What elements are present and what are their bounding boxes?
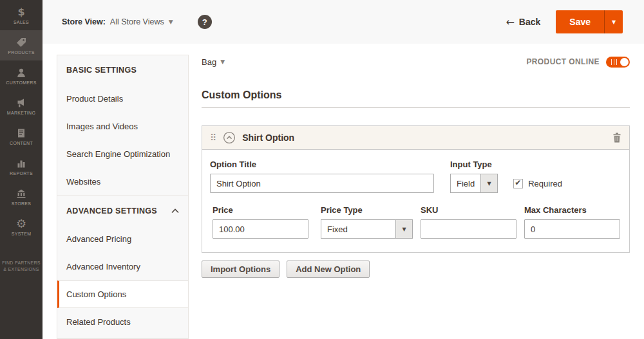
section-title: Custom Options: [202, 89, 630, 101]
option-title-label: Option Title: [210, 160, 434, 169]
menu-item-products[interactable]: PRODUCTS: [0, 30, 43, 60]
menu-item-label: MARKETING: [7, 111, 35, 115]
gear-icon: ⚙: [16, 218, 26, 230]
nav-item-websites[interactable]: Websites: [57, 168, 188, 196]
price-input[interactable]: [213, 219, 308, 239]
nav-section-label: ADVANCED SETTINGS: [66, 206, 157, 215]
input-type-select[interactable]: Field ▼: [450, 174, 498, 193]
menu-item-marketing[interactable]: MARKETING: [0, 91, 43, 121]
menu-item-sales[interactable]: $ SALES: [0, 0, 43, 30]
product-online-toggle[interactable]: [606, 57, 630, 68]
import-options-button[interactable]: Import Options: [202, 261, 279, 278]
menu-item-label: REPORTS: [10, 171, 33, 176]
dollar-icon: $: [17, 6, 24, 18]
nav-item-images-and-videos[interactable]: Images and Videos: [57, 113, 188, 140]
chevron-down-icon: ▼: [220, 59, 225, 65]
toggle-stripes-icon: [611, 59, 618, 65]
select-dropdown-button[interactable]: ▼: [396, 219, 413, 239]
input-type-value: Field: [450, 174, 481, 193]
nav-item-seo[interactable]: Search Engine Optimization: [57, 140, 188, 168]
toolbar-actions: ← Back Save ▼: [506, 10, 623, 33]
store-view-switcher[interactable]: Store View: All Store Views ▼: [62, 17, 173, 26]
menu-item-content[interactable]: CONTENT: [0, 121, 43, 151]
menu-item-label: PRODUCTS: [8, 50, 35, 55]
option-actions-row: Import Options Add New Option: [202, 261, 630, 278]
nav-item-label: Websites: [66, 177, 100, 187]
menu-item-label: CONTENT: [10, 141, 33, 145]
nav-item-label: Images and Videos: [66, 122, 138, 131]
toggle-knob: [620, 58, 629, 66]
attribute-set-switcher[interactable]: Bag ▼: [202, 57, 225, 67]
product-online-label: PRODUCT ONLINE: [526, 57, 600, 66]
chevron-up-icon: [171, 206, 179, 215]
page-toolbar: Store View: All Store Views ▼ ? ← Back S…: [43, 0, 644, 44]
option-card-body: Option Title Input Type Field ▼ Required: [202, 150, 629, 252]
help-icon: ?: [202, 17, 207, 27]
bar-chart-icon: [16, 158, 26, 169]
back-label: Back: [519, 17, 540, 27]
required-checkbox[interactable]: [513, 179, 523, 188]
chevron-up-circle-icon: [223, 131, 236, 144]
price-type-label: Price Type: [321, 205, 413, 215]
product-settings-nav: BASIC SETTINGS Product Details Images an…: [57, 55, 189, 339]
input-type-field: Input Type Field ▼: [450, 160, 498, 193]
nav-item-label: Related Products: [66, 317, 131, 327]
nav-item-custom-options[interactable]: Custom Options: [57, 280, 188, 308]
attribute-set-value: Bag: [202, 57, 216, 67]
nav-item-label: Advanced Pricing: [66, 234, 131, 244]
nav-item-related-products[interactable]: Related Products: [57, 308, 188, 336]
required-label: Required: [528, 179, 562, 188]
menu-item-find-partners[interactable]: FIND PARTNERS & EXTENSIONS: [0, 246, 43, 287]
select-dropdown-button[interactable]: ▼: [481, 174, 498, 193]
nav-item-product-details[interactable]: Product Details: [57, 85, 188, 113]
menu-item-label: SYSTEM: [12, 232, 32, 236]
max-characters-input[interactable]: [524, 219, 620, 239]
price-type-select[interactable]: Fixed ▼: [321, 219, 413, 239]
max-characters-label: Max Characters: [524, 205, 620, 215]
menu-item-label: CUSTOMERS: [6, 80, 36, 85]
arrow-left-icon: ←: [506, 16, 514, 28]
back-button[interactable]: ← Back: [506, 16, 540, 28]
max-characters-field: Max Characters: [524, 205, 620, 239]
save-split-button: Save ▼: [556, 10, 623, 33]
nav-item-advanced-inventory[interactable]: Advanced Inventory: [57, 253, 188, 280]
price-type-field: Price Type Fixed ▼: [321, 205, 413, 239]
menu-item-customers[interactable]: CUSTOMERS: [0, 60, 43, 91]
main-content: Bag ▼ PRODUCT ONLINE Custom Options ⠿ Sh…: [202, 55, 630, 278]
menu-item-stores[interactable]: STORES: [0, 181, 43, 212]
section-divider: [202, 107, 630, 108]
price-type-value: Fixed: [321, 219, 396, 239]
nav-item-advanced-pricing[interactable]: Advanced Pricing: [57, 225, 188, 253]
option-title-input[interactable]: [210, 174, 434, 193]
bank-icon: [16, 188, 26, 199]
menu-item-system[interactable]: ⚙ SYSTEM: [0, 212, 43, 242]
sku-label: SKU: [421, 205, 516, 215]
price-label: Price: [213, 205, 308, 215]
help-button[interactable]: ?: [198, 15, 212, 29]
person-icon: [16, 67, 26, 78]
custom-option-card: ⠿ Shirt Option Option Title Input Type: [202, 125, 630, 253]
delete-option-button[interactable]: [612, 133, 621, 143]
chevron-down-icon: ▼: [612, 19, 616, 25]
store-view-label: Store View:: [62, 17, 106, 26]
save-label: Save: [569, 17, 591, 27]
tag-icon: [16, 37, 26, 48]
price-field: Price: [213, 205, 308, 239]
add-new-option-button[interactable]: Add New Option: [287, 261, 370, 278]
drag-handle-icon[interactable]: ⠿: [210, 133, 216, 143]
nav-item-label: Advanced Inventory: [66, 262, 140, 271]
menu-item-reports[interactable]: REPORTS: [0, 151, 43, 181]
save-dropdown-button[interactable]: ▼: [604, 10, 623, 33]
nav-section-label: BASIC SETTINGS: [66, 66, 137, 75]
menu-item-label: FIND PARTNERS & EXTENSIONS: [2, 260, 41, 273]
trash-icon: [612, 133, 621, 143]
nav-item-label: Custom Options: [66, 289, 126, 299]
collapse-button[interactable]: [223, 131, 236, 144]
nav-section-advanced-settings[interactable]: ADVANCED SETTINGS: [57, 196, 188, 225]
sku-input[interactable]: [421, 219, 516, 239]
save-button[interactable]: Save: [556, 10, 604, 33]
option-title-heading: Shirt Option: [242, 133, 294, 143]
chevron-down-icon: ▼: [488, 181, 491, 187]
admin-menu: $ SALES PRODUCTS CUSTOMERS MARKETING C: [0, 0, 43, 339]
input-type-label: Input Type: [450, 160, 498, 169]
